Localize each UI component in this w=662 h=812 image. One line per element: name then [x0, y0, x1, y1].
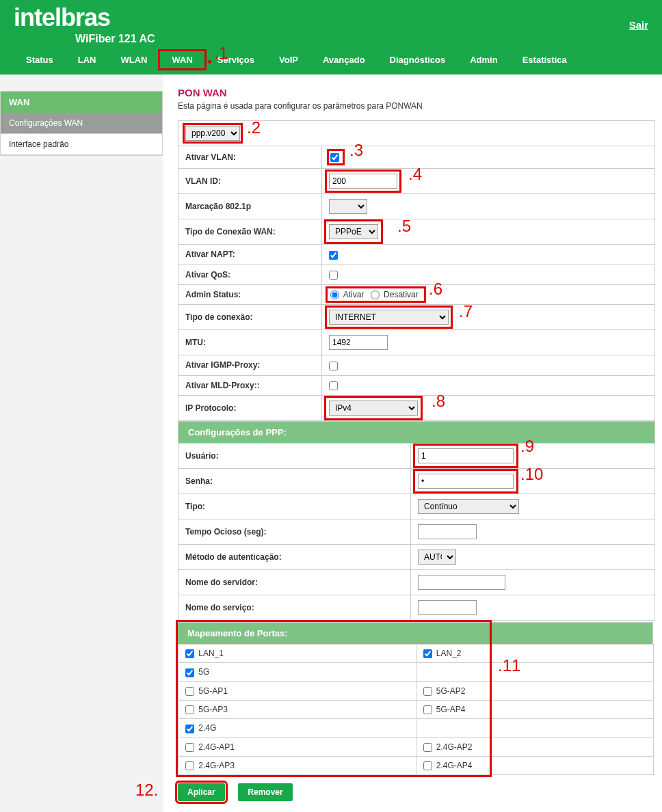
- port-label: 5G-AP4: [434, 705, 466, 714]
- nav-wan[interactable]: WAN .1 •: [159, 51, 204, 69]
- port-cell: LAN_2: [416, 644, 654, 662]
- port-checkbox[interactable]: [185, 705, 194, 714]
- main-content: PON WAN Esta página é usada para configu…: [163, 75, 662, 812]
- marcacao-select[interactable]: [329, 199, 367, 214]
- nav-estatistica[interactable]: Estatística: [510, 51, 579, 69]
- servidor-input[interactable]: [418, 575, 505, 590]
- port-checkbox[interactable]: [423, 761, 432, 770]
- marcacao-label: Marcação 802.1p: [178, 194, 322, 219]
- port-checkbox[interactable]: [423, 705, 432, 714]
- sidebar-item-interface-padrao[interactable]: Interface padrão: [1, 134, 162, 155]
- port-label: 2.4G-AP2: [434, 742, 473, 752]
- port-checkbox[interactable]: [185, 743, 194, 752]
- senha-input[interactable]: [418, 474, 514, 489]
- port-checkbox[interactable]: [185, 725, 194, 733]
- port-checkbox[interactable]: [423, 687, 432, 696]
- page-desc: Esta página é usada para configurar os p…: [178, 101, 655, 111]
- port-label: 5G: [196, 667, 209, 677]
- vlan-enable-checkbox[interactable]: [330, 153, 339, 162]
- profile-select[interactable]: ppp.v200: [185, 126, 240, 141]
- nav-admin[interactable]: Admin: [458, 51, 509, 69]
- mld-checkbox[interactable]: [329, 381, 338, 390]
- tempo-label: Tempo Ocioso (seg):: [178, 519, 411, 544]
- qos-checkbox[interactable]: [329, 271, 338, 280]
- ports-box: Mapeamento de Portas: LAN_1 LAN_2 5G 5G-…: [178, 622, 490, 775]
- nav-wlan[interactable]: WLAN: [108, 51, 159, 69]
- port-cell: 2.4G: [178, 719, 416, 737]
- brand-logo: intelbras: [14, 5, 110, 30]
- port-cell: 2.4G-AP3: [178, 756, 416, 774]
- logo-block: intelbras WiFiber 121 AC: [14, 5, 155, 45]
- vlan-id-input[interactable]: [329, 174, 397, 189]
- servico-input[interactable]: [418, 600, 477, 615]
- ppp-table: Usuário: .9 Senha: .10 Tipo: Contínuo Te…: [178, 443, 655, 621]
- aplicar-button[interactable]: Aplicar: [178, 783, 225, 801]
- nav-diagnosticos[interactable]: Diagnósticos: [378, 51, 458, 69]
- servidor-label: Nome do servidor:: [178, 569, 411, 595]
- remover-button[interactable]: Remover: [238, 783, 292, 801]
- nav-servicos[interactable]: Serviços: [205, 51, 267, 69]
- ports-table: LAN_1 LAN_2 5G 5G-AP1 5G-AP2 5G-AP3 5G-A…: [178, 644, 654, 775]
- mtu-label: MTU:: [178, 330, 322, 355]
- metodo-select[interactable]: AUTO: [418, 550, 456, 565]
- port-cell: [416, 719, 654, 737]
- port-cell: 2.4G-AP1: [178, 737, 416, 756]
- mld-label: Ativar MLD-Proxy::: [178, 375, 322, 395]
- tipo-conexao-label: Tipo de conexão:: [178, 305, 322, 330]
- button-row: 12. Aplicar Remover: [178, 783, 655, 801]
- ppp-section-header: Configurações de PPP:: [178, 421, 655, 443]
- port-cell: 5G-AP2: [416, 681, 654, 700]
- port-label: 5G-AP3: [196, 705, 228, 714]
- header: intelbras WiFiber 121 AC Sair Status LAN…: [0, 0, 662, 75]
- nav-wan-label: WAN: [172, 55, 192, 65]
- port-label: 2.4G: [196, 723, 216, 733]
- port-cell: [416, 663, 654, 681]
- tipo-conexao-select[interactable]: INTERNET: [329, 310, 449, 325]
- nav-voip[interactable]: VoIP: [267, 51, 310, 69]
- admin-status-desativar[interactable]: Desativar: [371, 290, 419, 299]
- admin-ativar-radio[interactable]: [330, 290, 339, 299]
- port-checkbox[interactable]: [185, 687, 194, 696]
- page-title: PON WAN: [178, 87, 655, 98]
- admin-status-ativar[interactable]: Ativar: [330, 290, 364, 299]
- port-label: 2.4G-AP3: [196, 761, 235, 770]
- nav-status[interactable]: Status: [14, 51, 66, 69]
- nav-avancado[interactable]: Avançado: [310, 51, 378, 69]
- port-label: 5G-AP1: [196, 686, 228, 696]
- port-label: LAN_2: [434, 649, 462, 658]
- igmp-checkbox[interactable]: [329, 362, 338, 370]
- admin-desativar-radio[interactable]: [371, 290, 380, 299]
- nav-lan[interactable]: LAN: [66, 51, 109, 69]
- tempo-input[interactable]: [418, 524, 477, 539]
- port-label: 2.4G-AP1: [196, 742, 235, 752]
- mtu-input[interactable]: [329, 335, 388, 350]
- vlan-enable-label: Ativar VLAN:: [178, 146, 322, 169]
- tipo-conexao-wan-label: Tipo de Conexão WAN:: [178, 219, 322, 245]
- port-cell: 5G: [178, 663, 416, 681]
- port-cell: 2.4G-AP2: [416, 737, 654, 756]
- wan-config-table: ppp.v200 .2 Ativar VLAN: .3 VLAN ID: .4: [178, 120, 655, 421]
- port-cell: LAN_1: [178, 644, 416, 662]
- port-checkbox[interactable]: [185, 668, 194, 677]
- port-checkbox[interactable]: [423, 743, 432, 752]
- port-checkbox[interactable]: [423, 649, 432, 658]
- ip-proto-select[interactable]: IPv4: [329, 401, 418, 416]
- port-label: 2.4G-AP4: [434, 761, 473, 770]
- logout-link[interactable]: Sair: [629, 19, 648, 31]
- tipo-label: Tipo:: [178, 493, 411, 519]
- sidebar-item-config-wan[interactable]: Configurações WAN: [1, 113, 162, 134]
- napt-label: Ativar NAPT:: [178, 245, 322, 265]
- port-checkbox[interactable]: [185, 761, 194, 770]
- port-checkbox[interactable]: [185, 649, 194, 658]
- napt-checkbox[interactable]: [329, 251, 338, 260]
- port-cell: 2.4G-AP4: [416, 756, 654, 774]
- usuario-input[interactable]: [418, 448, 514, 463]
- admin-status-label: Admin Status:: [178, 284, 322, 304]
- port-label: LAN_1: [196, 649, 224, 658]
- tipo-conexao-wan-select[interactable]: PPPoE: [329, 224, 378, 239]
- tipo-select[interactable]: Contínuo: [418, 499, 519, 514]
- port-cell: 5G-AP1: [178, 681, 416, 700]
- port-cell: 5G-AP3: [178, 700, 416, 718]
- metodo-label: Método de autenticação:: [178, 544, 411, 569]
- vlan-id-label: VLAN ID:: [178, 169, 322, 194]
